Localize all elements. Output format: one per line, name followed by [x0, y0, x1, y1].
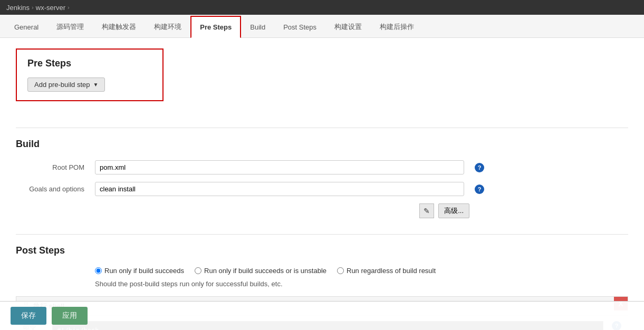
dropdown-arrow-icon: ▼: [93, 82, 99, 88]
main-wrapper: General 源码管理 构建触发器 构建环境 Pre Steps Build …: [0, 15, 644, 330]
radio-regardless[interactable]: [337, 267, 344, 274]
radio-succeeds[interactable]: [95, 267, 102, 274]
goals-row: Goals and options ?: [16, 182, 628, 196]
tab-trigger[interactable]: 构建触发器: [93, 15, 145, 38]
root-pom-input[interactable]: [95, 160, 464, 174]
top-nav: Jenkins › wx-server ›: [0, 0, 644, 15]
tab-build[interactable]: Build: [241, 16, 274, 37]
divider-2: [16, 234, 628, 235]
radio-option-1[interactable]: Run only if build succeeds: [95, 267, 184, 275]
add-step-label: Add pre-build step: [34, 81, 90, 89]
tab-env[interactable]: 构建环境: [145, 15, 190, 38]
apply-button[interactable]: 应用: [52, 307, 88, 325]
nav-wx-server[interactable]: wx-server: [36, 4, 65, 12]
root-pom-label: Root POM: [16, 163, 84, 171]
radio-unstable[interactable]: [195, 267, 201, 274]
footer-bar: 保存 应用: [0, 301, 644, 330]
post-steps-description: Should the post-build steps run only for…: [95, 280, 628, 288]
root-pom-help-icon[interactable]: ?: [475, 163, 484, 172]
pre-steps-title: Pre Steps: [27, 58, 152, 69]
add-pre-build-step-button[interactable]: Add pre-build step ▼: [27, 77, 105, 92]
build-title: Build: [16, 139, 628, 150]
radio-option-2[interactable]: Run only if build succeeds or is unstabl…: [195, 267, 326, 275]
goals-input[interactable]: [95, 182, 464, 196]
tab-postbuild[interactable]: 构建后操作: [371, 15, 423, 38]
radio-unstable-label: Run only if build succeeds or is unstabl…: [204, 267, 326, 275]
root-pom-row: Root POM ?: [16, 160, 628, 174]
advanced-button[interactable]: 高级...: [438, 203, 469, 218]
radio-group: Run only if build succeeds Run only if b…: [95, 267, 628, 275]
tab-general[interactable]: General: [5, 16, 47, 37]
tab-settings[interactable]: 构建设置: [325, 15, 371, 38]
content-area: Pre Steps Add pre-build step ▼ Build Roo…: [0, 38, 644, 330]
advanced-row: ✎ 高级...: [16, 203, 469, 218]
tab-presteps[interactable]: Pre Steps: [190, 16, 241, 38]
tab-source[interactable]: 源码管理: [47, 15, 93, 38]
goals-help-icon[interactable]: ?: [475, 185, 484, 194]
radio-regardless-label: Run regardless of build result: [347, 267, 436, 275]
tab-bar: General 源码管理 构建触发器 构建环境 Pre Steps Build …: [0, 15, 644, 38]
pencil-icon-button[interactable]: ✎: [419, 203, 434, 218]
divider-1: [16, 128, 628, 128]
nav-arrow-2: ›: [68, 4, 70, 11]
post-steps-title: Post Steps: [16, 245, 628, 256]
radio-option-3[interactable]: Run regardless of build result: [337, 267, 436, 275]
nav-arrow-1: ›: [32, 4, 34, 11]
tab-poststeps[interactable]: Post Steps: [274, 16, 325, 37]
save-button[interactable]: 保存: [11, 307, 46, 325]
nav-jenkins[interactable]: Jenkins: [6, 4, 30, 12]
build-section: Build Root POM ? Goals and options ? ✎ 高…: [16, 139, 628, 218]
radio-succeeds-label: Run only if build succeeds: [104, 267, 184, 275]
goals-label: Goals and options: [16, 185, 84, 193]
pre-steps-section: Pre Steps Add pre-build step ▼: [16, 48, 164, 101]
